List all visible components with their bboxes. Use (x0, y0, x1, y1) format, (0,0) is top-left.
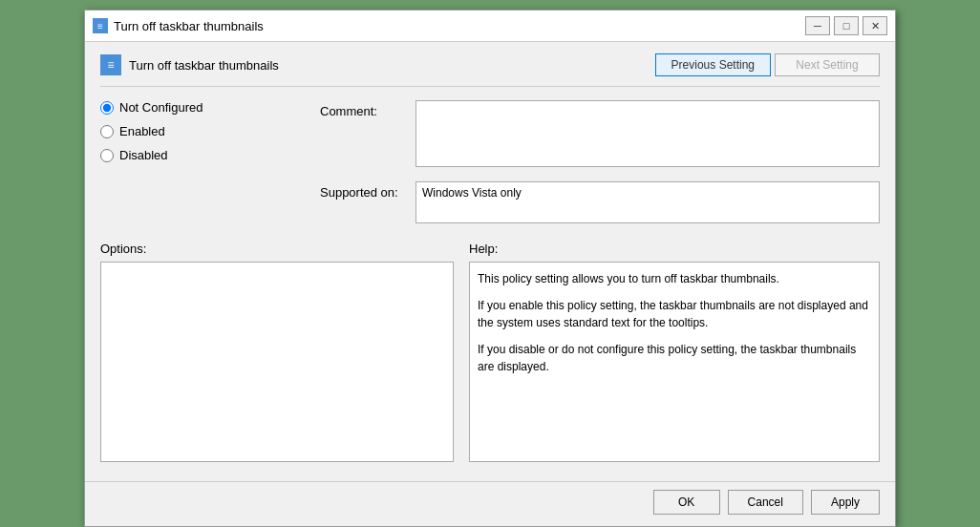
right-panel: Comment: Supported on: (310, 100, 880, 238)
policy-header: ≡ Turn off taskbar thumbnails Previous S… (100, 53, 880, 87)
options-panel: Options: (100, 242, 454, 462)
options-label: Options: (100, 242, 454, 256)
not-configured-radio[interactable] (100, 101, 114, 115)
apply-button[interactable]: Apply (811, 490, 880, 515)
help-label: Help: (469, 242, 880, 256)
policy-icon: ≡ (100, 54, 121, 75)
supported-textarea (415, 181, 880, 223)
not-configured-option[interactable]: Not Configured (100, 100, 310, 115)
help-box: This policy setting allows you to turn o… (469, 262, 880, 462)
policy-header-left: ≡ Turn off taskbar thumbnails (100, 54, 279, 75)
help-paragraph-2: If you enable this policy setting, the t… (478, 297, 871, 331)
enabled-label: Enabled (119, 124, 165, 138)
enabled-radio[interactable] (100, 125, 114, 138)
bottom-bar: OK Cancel Apply (85, 481, 895, 526)
title-bar-left: ≡ Turn off taskbar thumbnails (93, 18, 264, 33)
disabled-label: Disabled (119, 148, 168, 162)
enabled-option[interactable]: Enabled (100, 124, 310, 138)
cancel-button[interactable]: Cancel (728, 490, 803, 515)
close-button[interactable]: ✕ (863, 16, 887, 35)
sections-row: Options: Help: This policy setting allow… (100, 242, 880, 462)
supported-row: Supported on: (320, 181, 880, 226)
app-icon-glyph: ≡ (97, 21, 103, 32)
comment-row: Comment: (320, 100, 880, 170)
comment-label: Comment: (320, 100, 415, 118)
previous-setting-button[interactable]: Previous Setting (655, 53, 771, 76)
help-paragraph-1: This policy setting allows you to turn o… (478, 270, 871, 287)
main-window: ≡ Turn off taskbar thumbnails ─ □ ✕ ≡ Tu… (84, 10, 896, 527)
radio-group: Not Configured Enabled Disabled (100, 100, 310, 162)
not-configured-label: Not Configured (119, 100, 202, 115)
disabled-radio[interactable] (100, 149, 114, 162)
app-icon: ≡ (93, 18, 108, 33)
window-title: Turn off taskbar thumbnails (114, 19, 264, 33)
help-panel: Help: This policy setting allows you to … (469, 242, 880, 462)
ok-button[interactable]: OK (653, 490, 720, 515)
maximize-button[interactable]: □ (834, 16, 859, 35)
title-bar-controls: ─ □ ✕ (805, 16, 887, 35)
disabled-option[interactable]: Disabled (100, 148, 310, 162)
options-box (100, 262, 454, 462)
content-area: ≡ Turn off taskbar thumbnails Previous S… (85, 42, 895, 477)
comment-textarea[interactable] (415, 100, 880, 167)
supported-label: Supported on: (320, 181, 415, 200)
left-panel: Not Configured Enabled Disabled (100, 100, 310, 238)
policy-icon-glyph: ≡ (107, 58, 114, 72)
comment-control (415, 100, 880, 170)
next-setting-button[interactable]: Next Setting (775, 53, 880, 76)
policy-title: Turn off taskbar thumbnails (129, 58, 279, 73)
minimize-button[interactable]: ─ (805, 16, 830, 35)
title-bar: ≡ Turn off taskbar thumbnails ─ □ ✕ (85, 11, 895, 42)
nav-buttons: Previous Setting Next Setting (655, 53, 880, 76)
help-paragraph-3: If you disable or do not configure this … (478, 341, 871, 375)
supported-control (415, 181, 880, 226)
main-body: Not Configured Enabled Disabled Comment: (100, 100, 880, 238)
